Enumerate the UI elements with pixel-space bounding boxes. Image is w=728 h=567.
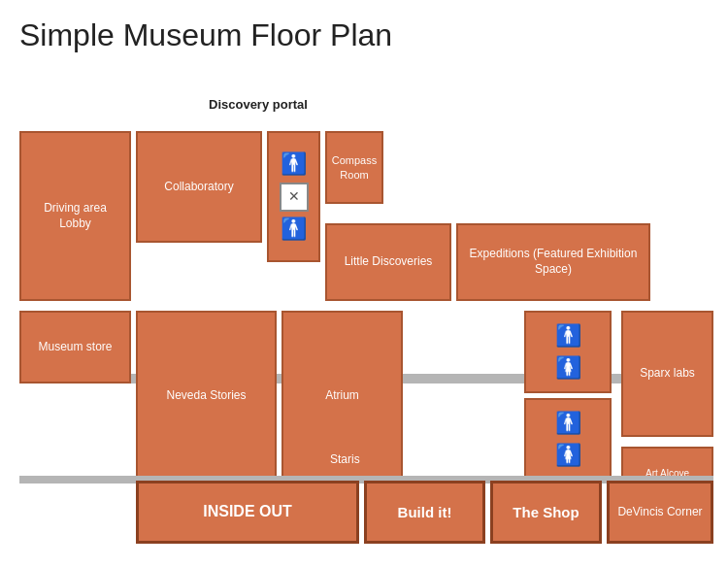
driving-area-lobby-room: Driving area Lobby (19, 131, 131, 301)
expeditions-room: Expeditions (Featured Exhibition Space) (456, 223, 650, 301)
floor-plan: Discovery portal Driving area Lobby Coll… (19, 97, 713, 544)
sparx-labs-room: Sparx labs (621, 311, 713, 437)
the-shop-room: The Shop (490, 481, 602, 544)
inside-out-room: INSIDE OUT (136, 481, 359, 544)
build-it-room: Build it! (364, 481, 485, 544)
compass-room: Compass Room (325, 131, 383, 204)
elevator-icon: ✕ (280, 183, 309, 212)
page-title: Simple Museum Floor Plan (19, 17, 392, 53)
nevada-stories-room: Neveda Stories (136, 311, 277, 481)
person-icon-top: 🚹 (281, 150, 307, 179)
person-icon-female-2: 🚺 (555, 442, 581, 470)
person-icon-female: 🚺 (555, 354, 581, 383)
person-icon-male: 🚹 (555, 322, 581, 350)
little-discoveries-room: Little Discoveries (325, 223, 451, 301)
collaboratory-room: Collaboratory (136, 131, 262, 243)
stairs-label: Staris (330, 452, 360, 466)
discovery-portal-room: 🚹 ✕ 🚹 (267, 131, 320, 262)
restrooms-lower: 🚹 🚺 (524, 398, 612, 481)
museum-store-room: Museum store (19, 311, 131, 384)
restrooms-upper: 🚹 🚺 (524, 311, 612, 393)
discovery-portal-label: Discovery portal (209, 97, 308, 112)
person-icon-bottom: 🚹 (281, 216, 307, 244)
devincis-corner-room: DeVincis Corner (607, 481, 713, 544)
person-icon-male-2: 🚹 (555, 410, 581, 438)
